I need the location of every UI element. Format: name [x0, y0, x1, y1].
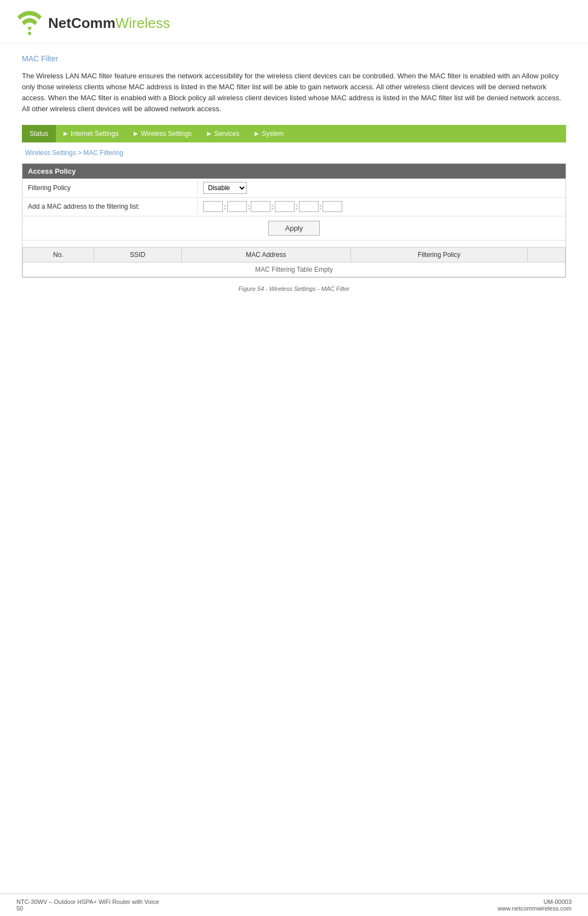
nav-label-services: Services — [214, 130, 239, 138]
empty-message: MAC Filtering Table Empty — [23, 262, 566, 277]
footer-website: www.netcommwireless.com — [498, 905, 572, 912]
panel-header: Access Policy — [22, 164, 566, 179]
logo-light: Wireless — [116, 15, 170, 31]
page-header: NetCommWireless — [0, 0, 588, 43]
access-policy-panel: Access Policy Filtering Policy Disable A… — [22, 163, 566, 278]
nav-item-status[interactable]: Status — [22, 125, 56, 142]
mac-input-6[interactable] — [322, 201, 342, 212]
col-header-no: No. — [23, 247, 94, 262]
filtering-policy-select[interactable]: Disable Allow Block — [203, 182, 247, 194]
table-empty-row: MAC Filtering Table Empty — [23, 262, 566, 277]
footer-page-number: 50 — [16, 905, 159, 912]
mac-input-1[interactable] — [203, 201, 223, 212]
nav-label-internet: Internet Settings — [71, 130, 118, 138]
page-footer: NTC-30WV – Outdoor HSPA+ WiFi Router wit… — [0, 894, 588, 916]
col-header-action — [528, 247, 566, 262]
logo-text: NetCommWireless — [48, 15, 170, 32]
logo: NetCommWireless — [16, 10, 170, 36]
mac-filter-table: No. SSID MAC Address Filtering Policy MA… — [22, 247, 566, 277]
mac-input-2[interactable] — [227, 201, 247, 212]
filtering-policy-row: Filtering Policy Disable Allow Block — [22, 179, 566, 198]
footer-left: NTC-30WV – Outdoor HSPA+ WiFi Router wit… — [16, 898, 159, 912]
nav-label-status: Status — [30, 130, 48, 138]
footer-doc-number: UM-00003 — [498, 898, 572, 905]
mac-input-3[interactable] — [251, 201, 270, 212]
mac-sep-2: : — [248, 203, 250, 211]
nav-item-wireless[interactable]: ▶ Wireless Settings — [126, 125, 199, 142]
apply-button[interactable]: Apply — [268, 221, 320, 236]
col-header-policy: Filtering Policy — [350, 247, 528, 262]
mac-address-row: Add a MAC address to the filtering list:… — [22, 198, 566, 216]
filtering-policy-label: Filtering Policy — [22, 181, 198, 195]
mac-sep-4: : — [296, 203, 298, 211]
nav-item-services[interactable]: ▶ Services — [199, 125, 247, 142]
mac-sep-3: : — [272, 203, 274, 211]
svg-point-0 — [28, 32, 31, 35]
mac-address-inputs: : : : : : — [198, 198, 566, 215]
page-title: MAC Filter — [22, 54, 566, 63]
mac-input-5[interactable] — [299, 201, 319, 212]
description-text: The Wireless LAN MAC filter feature ensu… — [22, 71, 566, 115]
nav-arrow-system: ▶ — [255, 130, 259, 136]
footer-right: UM-00003 www.netcommwireless.com — [498, 898, 572, 912]
nav-label-system: System — [262, 130, 284, 138]
nav-label-wireless: Wireless Settings — [141, 130, 192, 138]
mac-address-label: Add a MAC address to the filtering list: — [22, 199, 198, 214]
col-header-ssid: SSID — [94, 247, 181, 262]
footer-device-name: NTC-30WV – Outdoor HSPA+ WiFi Router wit… — [16, 898, 159, 905]
nav-arrow-services: ▶ — [207, 130, 211, 136]
col-header-mac: MAC Address — [182, 247, 351, 262]
logo-icon — [16, 10, 43, 36]
nav-item-system[interactable]: ▶ System — [247, 125, 291, 142]
nav-arrow-wireless: ▶ — [134, 130, 138, 136]
spacer-row — [22, 241, 566, 247]
mac-sep-1: : — [224, 203, 226, 211]
mac-sep-5: : — [320, 203, 322, 211]
figure-caption: Figure 54 - Wireless Settings - MAC Filt… — [22, 285, 566, 292]
main-content: MAC Filter The Wireless LAN MAC filter f… — [0, 43, 588, 303]
mac-input-4[interactable] — [275, 201, 295, 212]
filtering-policy-value: Disable Allow Block — [198, 179, 566, 197]
apply-row: Apply — [22, 216, 566, 241]
nav-item-internet[interactable]: ▶ Internet Settings — [56, 125, 126, 142]
nav-arrow-internet: ▶ — [64, 130, 68, 136]
breadcrumb: Wireless Settings > MAC Filtering — [22, 149, 566, 157]
nav-bar: Status ▶ Internet Settings ▶ Wireless Se… — [22, 125, 566, 142]
logo-bold: NetComm — [48, 15, 116, 31]
